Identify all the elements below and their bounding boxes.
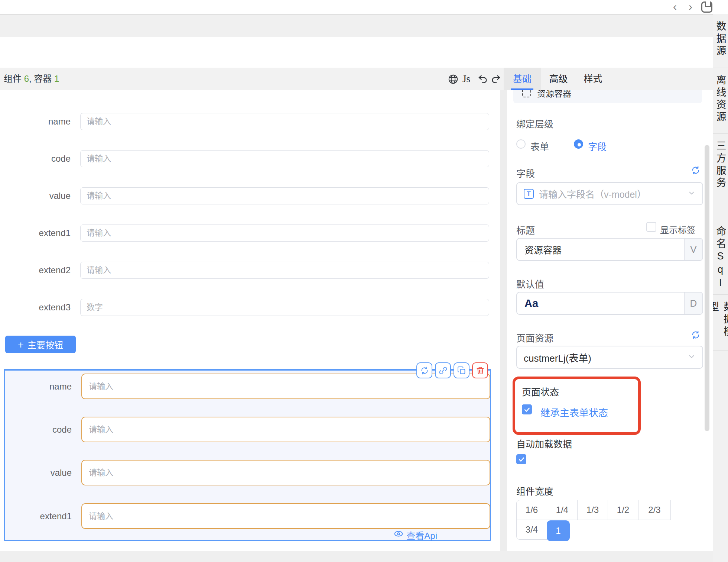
radio-field[interactable] bbox=[574, 139, 583, 149]
properties-panel: 资源容器 绑定层级 表单 字段 字段 T 请输入字段名（v-model） 标题 … bbox=[507, 90, 713, 551]
selected-resource-container[interactable]: name code value extend1 查看Api bbox=[4, 369, 491, 541]
component-item-resource-container[interactable]: 资源容器 bbox=[513, 90, 702, 103]
field-label: extend3 bbox=[0, 299, 71, 316]
auto-load-label: 自动加载数据 bbox=[516, 437, 572, 450]
field-refresh-icon[interactable] bbox=[691, 165, 701, 177]
field-label: extend1 bbox=[5, 503, 72, 529]
field-label: value bbox=[0, 187, 71, 204]
default-value-label: 默认值 bbox=[516, 277, 544, 290]
show-label-text[interactable]: 显示标签 bbox=[660, 223, 696, 236]
back-arrow-icon[interactable]: ‹ bbox=[669, 1, 681, 13]
inherit-state-label[interactable]: 继承主表单状态 bbox=[540, 405, 608, 419]
width-option-2-3[interactable]: 2/3 bbox=[638, 500, 671, 520]
view-api-link[interactable]: 查看Api bbox=[394, 530, 437, 540]
sidebar-item-data-model[interactable]: 数据模型 bbox=[713, 295, 728, 351]
page-resource-refresh-icon[interactable] bbox=[691, 330, 701, 341]
extend3-input[interactable] bbox=[80, 299, 489, 316]
component-count: 6 bbox=[24, 74, 29, 84]
container-extend1-input[interactable] bbox=[81, 503, 490, 529]
panel-tab-advanced[interactable]: 高级 bbox=[547, 68, 570, 90]
field-label: extend2 bbox=[0, 262, 71, 279]
panel-tab-basic[interactable]: 基础 bbox=[504, 68, 541, 90]
width-option-1-selected[interactable]: 1 bbox=[547, 520, 570, 541]
inherit-state-checkbox[interactable] bbox=[522, 404, 532, 414]
code-input[interactable] bbox=[80, 150, 489, 167]
page-resource-select[interactable]: custmerLj(表单) bbox=[516, 346, 703, 369]
field-label: name bbox=[0, 113, 71, 130]
default-value-group: D bbox=[516, 292, 703, 315]
name-input[interactable] bbox=[80, 113, 489, 130]
redo-icon[interactable] bbox=[490, 74, 501, 85]
container-copy-button[interactable] bbox=[454, 362, 469, 378]
title-suffix-button[interactable]: V bbox=[684, 239, 702, 260]
width-option-1-2[interactable]: 1/2 bbox=[608, 500, 638, 520]
binding-level-label: 绑定层级 bbox=[516, 117, 553, 130]
component-count-text: 组件 6, 容器 1 bbox=[4, 68, 59, 90]
canvas-header: 组件 6, 容器 1 Js bbox=[0, 68, 504, 90]
value-input[interactable] bbox=[80, 187, 489, 204]
title-section-label: 标题 bbox=[516, 223, 535, 236]
right-sidebar: 数据源 离线资源 三方服务 命名Sql 数据模型 bbox=[713, 14, 728, 562]
sidebar-item-datasource[interactable]: 数据源 bbox=[713, 14, 728, 68]
extend1-input[interactable] bbox=[80, 225, 489, 242]
footer-strip bbox=[0, 551, 713, 562]
field-label: value bbox=[5, 460, 72, 485]
text-field-icon: T bbox=[524, 189, 534, 199]
chevron-down-icon bbox=[688, 352, 696, 362]
sidebar-item-offline-resource[interactable]: 离线资源 bbox=[713, 68, 728, 134]
save-icon[interactable] bbox=[701, 1, 712, 13]
panel-scrollbar-thumb[interactable] bbox=[705, 145, 709, 431]
radio-form[interactable] bbox=[516, 139, 526, 149]
container-value-input[interactable] bbox=[81, 460, 490, 485]
radio-field-label[interactable]: 字段 bbox=[588, 139, 607, 153]
component-width-label: 组件宽度 bbox=[516, 484, 553, 497]
panel-tab-style[interactable]: 样式 bbox=[582, 68, 604, 90]
view-tabbar: 低开表单 默认视图 + 编码模式 预览 表单设置 bbox=[0, 37, 713, 68]
width-option-1-6[interactable]: 1/6 bbox=[516, 500, 547, 520]
auto-load-checkbox[interactable] bbox=[516, 454, 526, 464]
show-label-checkbox[interactable] bbox=[646, 222, 656, 232]
field-label: extend1 bbox=[0, 225, 71, 242]
chevron-down-icon bbox=[688, 189, 696, 198]
container-code-input[interactable] bbox=[81, 417, 490, 442]
width-option-1-3[interactable]: 1/3 bbox=[577, 500, 608, 520]
field-section-label: 字段 bbox=[516, 166, 535, 180]
globe-icon[interactable] bbox=[448, 74, 459, 85]
panel-tabbar: 基础 高级 样式 bbox=[504, 68, 713, 90]
forward-arrow-icon[interactable]: › bbox=[684, 1, 697, 13]
js-button[interactable]: Js bbox=[462, 68, 470, 90]
container-delete-button[interactable] bbox=[472, 362, 488, 378]
default-value-input[interactable] bbox=[517, 293, 684, 314]
width-option-1-4[interactable]: 1/4 bbox=[547, 500, 578, 520]
form-canvas: name code value extend1 extend2 extend3 … bbox=[0, 90, 500, 551]
field-select[interactable]: T 请输入字段名（v-model） bbox=[516, 182, 703, 205]
plus-icon: + bbox=[18, 339, 24, 351]
app: ‹ › 低开表单 默认视图 + 编码模式 预览 表单设置 bbox=[0, 0, 728, 562]
width-option-3-4[interactable]: 3/4 bbox=[516, 520, 547, 540]
eye-icon bbox=[394, 529, 403, 541]
field-label: name bbox=[5, 374, 72, 399]
container-refresh-button[interactable] bbox=[416, 362, 432, 378]
sidebar-item-third-party-service[interactable]: 三方服务 bbox=[713, 134, 728, 219]
page-resource-label: 页面资源 bbox=[516, 331, 553, 344]
undo-icon[interactable] bbox=[477, 74, 488, 85]
container-outline-icon bbox=[522, 90, 531, 97]
default-suffix-button[interactable]: D bbox=[684, 293, 702, 314]
field-label: code bbox=[5, 417, 72, 442]
title-input-group: V bbox=[516, 238, 703, 261]
container-count: 1 bbox=[54, 74, 59, 84]
canvas-scrollbar[interactable] bbox=[500, 90, 507, 551]
sidebar-item-named-sql[interactable]: 命名Sql bbox=[713, 219, 728, 295]
browser-topbar: ‹ › bbox=[0, 0, 728, 14]
primary-button[interactable]: +主要按钮 bbox=[5, 336, 76, 353]
title-input[interactable] bbox=[517, 239, 684, 260]
field-label: code bbox=[0, 150, 71, 167]
radio-form-label[interactable]: 表单 bbox=[530, 139, 549, 153]
container-link-button[interactable] bbox=[435, 362, 451, 378]
header-strip bbox=[0, 14, 728, 37]
page-state-label: 页面状态 bbox=[522, 385, 559, 398]
extend2-input[interactable] bbox=[80, 262, 489, 279]
